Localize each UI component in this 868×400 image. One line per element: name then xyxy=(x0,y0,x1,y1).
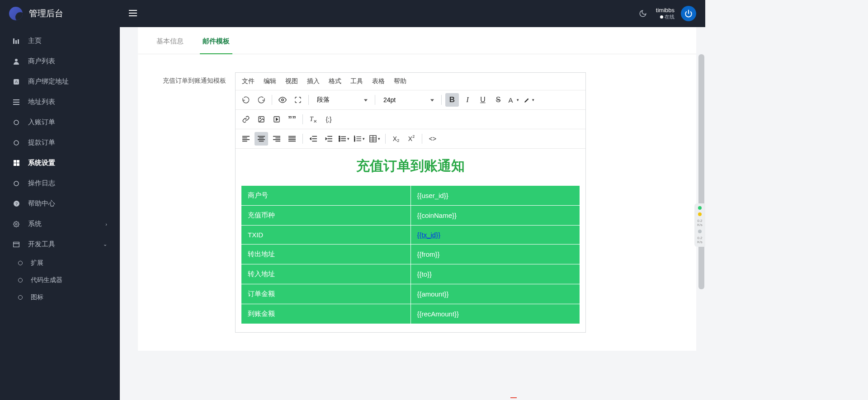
font-size-select[interactable]: 24pt xyxy=(379,94,438,106)
sidebar-item-7[interactable]: 操作日志 xyxy=(0,173,120,193)
outdent-button[interactable] xyxy=(307,132,320,146)
menu-6[interactable]: 表格 xyxy=(372,77,385,85)
sidebar-item-2[interactable]: A商户绑定地址 xyxy=(0,71,120,92)
italic-button[interactable]: I xyxy=(461,93,474,107)
superscript-button[interactable]: X2 xyxy=(405,132,418,146)
sidebar-item-3[interactable]: 地址列表 xyxy=(0,92,120,112)
svg-text:3: 3 xyxy=(354,140,355,142)
text-color-button[interactable]: A▾ xyxy=(507,93,520,107)
txid-link[interactable]: {{tx_id}} xyxy=(417,231,441,239)
number-list-button[interactable]: 123▾ xyxy=(353,132,366,146)
dark-mode-toggle[interactable] xyxy=(636,7,650,20)
menu-4[interactable]: 格式 xyxy=(329,77,341,85)
tab-1[interactable]: 邮件模板 xyxy=(200,27,232,54)
windows-icon xyxy=(13,160,20,166)
code-sample-button[interactable]: {;} xyxy=(322,113,335,126)
align-justify-button[interactable] xyxy=(285,132,299,146)
sidebar-item-1[interactable]: 商户列表 xyxy=(0,51,120,71)
widget-dot-grey-icon xyxy=(698,230,702,233)
media-button[interactable] xyxy=(270,113,283,126)
svg-point-51 xyxy=(339,136,340,137)
tabs: 基本信息邮件模板 xyxy=(138,27,696,54)
circle-icon xyxy=(18,295,23,300)
svg-rect-1 xyxy=(15,40,17,44)
sidebar-item-label: 主页 xyxy=(28,37,42,45)
menu-toggle-button[interactable] xyxy=(129,10,137,18)
row-key: 转入地址 xyxy=(241,264,411,284)
menu-7[interactable]: 帮助 xyxy=(394,77,406,85)
sidebar-subitem-0[interactable]: 扩展 xyxy=(0,254,120,272)
align-left-button[interactable] xyxy=(239,132,253,146)
sidebar-item-label: 系统 xyxy=(28,220,42,228)
sidebar-item-label: 操作日志 xyxy=(28,179,55,188)
svg-rect-21 xyxy=(129,10,137,11)
undo-button[interactable] xyxy=(239,93,253,107)
align-right-button[interactable] xyxy=(270,132,283,146)
sidebar-item-5[interactable]: 提款订单 xyxy=(0,132,120,153)
row-value: {{to}} xyxy=(410,264,580,284)
svg-point-25 xyxy=(282,99,284,101)
app-title: 管理后台 xyxy=(29,8,63,19)
table-row: 商户号{{user_id}} xyxy=(241,186,580,206)
power-button[interactable] xyxy=(681,6,696,21)
list-icon xyxy=(13,99,20,105)
fullscreen-button[interactable] xyxy=(291,93,305,107)
tab-0[interactable]: 基本信息 xyxy=(154,27,186,54)
menu-5[interactable]: 工具 xyxy=(350,77,363,85)
svg-rect-11 xyxy=(14,160,16,163)
menu-0[interactable]: 文件 xyxy=(242,77,255,85)
sidebar-item-8[interactable]: ?帮助中心 xyxy=(0,193,120,214)
indent-button[interactable] xyxy=(322,132,335,146)
svg-point-3 xyxy=(15,59,18,61)
bold-button[interactable]: B xyxy=(445,93,459,107)
table-row: 订单金额{{amount}} xyxy=(241,284,580,304)
sidebar-subitem-1[interactable]: 代码生成器 xyxy=(0,272,120,289)
strikethrough-button[interactable]: S xyxy=(491,93,505,107)
row-value: {{coinName}} xyxy=(410,206,580,226)
align-center-button[interactable] xyxy=(255,132,268,146)
sidebar-item-10[interactable]: 开发工具⌄ xyxy=(0,234,120,254)
main: timibbs 在线 基本信息邮件模板 充值订单到账通知模板 文件编辑视图插入格… xyxy=(120,0,705,400)
sidebar-item-label: 地址列表 xyxy=(28,98,55,106)
row-value: {{user_id}} xyxy=(410,186,580,206)
blockquote-button[interactable]: ”” xyxy=(285,113,299,126)
svg-point-55 xyxy=(339,140,340,141)
source-code-button[interactable]: <> xyxy=(426,132,439,146)
user-name: timibbs xyxy=(656,7,675,14)
svg-rect-23 xyxy=(129,15,137,16)
form-label: 充值订单到账通知模板 xyxy=(154,72,226,333)
subscript-button[interactable]: X2 xyxy=(389,132,403,146)
menu-3[interactable]: 插入 xyxy=(307,77,320,85)
svg-text:?: ? xyxy=(15,202,18,206)
row-value: {{from}} xyxy=(410,245,580,264)
circle-icon xyxy=(13,140,20,146)
sidebar-item-0[interactable]: 主页 xyxy=(0,31,120,51)
underline-button[interactable]: U xyxy=(476,93,490,107)
sidebar-subitem-2[interactable]: 图标 xyxy=(0,289,120,306)
circle-icon xyxy=(13,181,20,186)
scrollbar-thumb[interactable] xyxy=(698,54,704,289)
menu-1[interactable]: 编辑 xyxy=(264,77,276,85)
user-status: 在线 xyxy=(656,14,675,20)
bullet-list-button[interactable]: ▾ xyxy=(337,132,351,146)
svg-point-9 xyxy=(14,120,19,125)
row-value: {{amount}} xyxy=(410,284,580,304)
editor-toolbar-row-3: ▾ 123▾ ▾ X2 X2 <> xyxy=(236,129,585,149)
sidebar-item-6[interactable]: 系统设置 xyxy=(0,153,120,173)
svg-text:A: A xyxy=(15,80,18,84)
menu-2[interactable]: 视图 xyxy=(285,77,298,85)
block-format-select[interactable]: 段落 xyxy=(312,93,371,107)
preview-button[interactable] xyxy=(276,93,289,107)
highlight-button[interactable]: ▾ xyxy=(522,93,536,107)
redo-button[interactable] xyxy=(255,93,268,107)
clear-format-button[interactable]: T✕ xyxy=(307,113,320,126)
table-row: 充值币种{{coinName}} xyxy=(241,206,580,226)
svg-rect-14 xyxy=(17,163,19,166)
svg-rect-0 xyxy=(13,38,14,44)
image-button[interactable] xyxy=(255,113,268,126)
table-button[interactable]: ▾ xyxy=(368,132,382,146)
sidebar-item-9[interactable]: 系统› xyxy=(0,214,120,234)
link-button[interactable] xyxy=(239,113,253,126)
sidebar-item-4[interactable]: 入账订单 xyxy=(0,112,120,132)
editor-body[interactable]: 充值订单到账通知 商户号{{user_id}}充值币种{{coinName}}T… xyxy=(236,149,585,332)
